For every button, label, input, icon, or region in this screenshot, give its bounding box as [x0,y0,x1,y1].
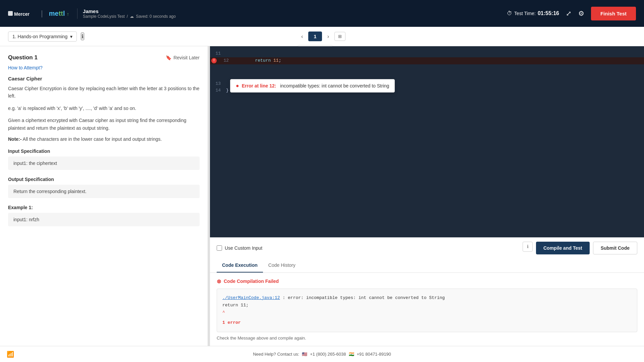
nav-center: ‹ 1 Attempted: 1/1 › ⊞ [299,32,345,41]
line-content-12: return 11; [234,57,281,64]
revisit-label: Revisit Later [173,55,200,60]
custom-input-area: Use Custom Input [217,245,262,251]
wifi-icon: 📶 [7,351,14,358]
revisit-later-button[interactable]: 🔖 Revisit Later [166,55,200,60]
finish-test-button[interactable]: Finish Test [591,7,636,20]
header-left: Mercer | mettl ↑ James Sample CodeLysis … [8,8,176,19]
output-spec-section: Output Specification Return the correspo… [8,177,200,198]
problem-description-3: Given a ciphertext encrypted with Caesar… [8,117,200,132]
problem-title: Caesar Cipher [8,76,200,81]
prev-nav-button[interactable]: ‹ [299,32,306,41]
input-spec-title: Input Specification [8,148,200,154]
error-label: Error at line 12: [242,83,276,88]
page-number-button[interactable]: 1 [308,32,322,41]
output-tabs: Code Execution Code History [210,258,644,273]
compile-and-test-button[interactable]: Compile and Test [536,242,590,254]
error-code-box: ./UserMainCode.java:12 : error: incompat… [217,289,637,332]
svg-rect-0 [8,11,13,16]
timer-label: Test Time: [514,11,536,16]
error-code-line: return 11; [222,302,632,309]
error-file-link[interactable]: ./UserMainCode.java:12 [222,295,280,300]
compile-info-button[interactable]: ℹ [523,242,533,252]
error-caret: ^ [222,310,225,315]
header: Mercer | mettl ↑ James Sample CodeLysis … [0,0,644,27]
note: Note:- All the characters are in the low… [8,136,200,142]
note-text: All the characters are in the lower case… [23,136,162,142]
line-number-11: 11 [210,50,226,57]
grid-view-button[interactable]: ⊞ [334,32,345,41]
user-name: James [83,8,176,14]
question-header: Question 1 🔖 Revisit Later [8,54,200,61]
error-detail: : error: incompatible types: int cannot … [282,295,445,300]
error-file-line: ./UserMainCode.java:12 : error: incompat… [222,294,632,302]
code-area[interactable]: 11 ! 12 return 11; [210,46,644,237]
question-title: Question 1 [8,54,38,61]
bottom-section: Use Custom Input ℹ Compile and Test Subm… [210,237,644,346]
section-label: 1. Hands-on Programming [12,34,67,39]
submit-code-button[interactable]: Submit Code [593,242,637,254]
bottom-controls: Use Custom Input ℹ Compile and Test Subm… [210,237,644,258]
timer-icon: ⏱ [507,10,512,16]
problem-description-1: Caesar Cipher Encryption is done by repl… [8,85,200,100]
error-circle-icon: ⊗ [217,278,221,285]
right-panel: 11 ! 12 return 11; [210,46,644,346]
error-tooltip-icon: ● [236,83,239,89]
header-info: James Sample CodeLysis Test / ☁ Saved: 0… [77,8,176,19]
output-spec-title: Output Specification [8,177,200,182]
tab-code-execution[interactable]: Code Execution [217,258,263,273]
right-panel-inner: 11 ! 12 return 11; [210,46,644,346]
input-spec-section: Input Specification input1: the cipherte… [8,148,200,170]
custom-input-label: Use Custom Input [225,245,262,251]
cloud-icon: ☁ [130,14,134,19]
line-number-14: 14 [210,87,226,94]
info-button[interactable]: ℹ [81,33,84,40]
timer-value: 01:55:16 [538,10,559,16]
header-right: ⏱ Test Time: 01:55:16 ⤢ ⚙ Finish Test [507,7,636,20]
error-tooltip: ● Error at line 12: incompatible types: … [230,79,395,93]
example-box: input1: nrfzh [8,213,200,226]
mettl-logo: mettl ↑ [49,10,69,17]
settings-icon[interactable]: ⚙ [578,9,584,17]
logo-divider: | [41,9,43,18]
error-caret-line: ^ [222,309,632,316]
code-line-11: 11 [210,50,644,57]
error-tooltip-text: Error at line 12: incompatible types: in… [242,83,389,88]
help-text: Need Help? Contact us: [253,352,299,357]
line-number-13: 13 [210,80,226,87]
error-return-line: return 11; [222,303,249,308]
code-editor[interactable]: 11 ! 12 return 11; [210,46,644,237]
compilation-status-text: Code Compilation Failed [224,279,279,284]
how-to-attempt-link[interactable]: How to Attempt? [8,65,200,70]
error-message: incompatible types: int cannot be conver… [277,83,389,88]
code-line-12: ! 12 return 11; [210,57,644,64]
line-content-11 [226,50,229,57]
svg-text:Mercer: Mercer [14,11,30,17]
footer-contact: Need Help? Contact us: 🇺🇸 +1 (800) 265-6… [253,352,391,357]
error-count-line: 1 error [222,319,632,326]
expand-icon[interactable]: ⤢ [566,9,572,17]
mercer-logo-icon: Mercer [8,8,35,18]
timer: ⏱ Test Time: 01:55:16 [507,10,559,16]
output-spec-box: Return the corresponding plaintext. [8,185,200,198]
tab-code-history[interactable]: Code History [263,258,301,273]
check-message: Check the Message above and compile agai… [217,336,637,341]
us-phone: +1 (800) 265-6038 [310,352,346,357]
in-phone: +91 80471-89190 [357,352,391,357]
error-dot-icon: ! [211,58,217,63]
input-spec-box: input1: the ciphertext [8,157,200,170]
header-subtitle: Sample CodeLysis Test / ☁ Saved: 0 secon… [83,14,176,19]
info-icon: ℹ [527,244,529,249]
action-buttons: ℹ Compile and Test Submit Code [523,242,637,254]
chevron-down-icon: ▾ [70,34,72,39]
output-content: ⊗ Code Compilation Failed ./UserMainCode… [210,273,644,346]
toolbar: 1. Hands-on Programming ▾ ℹ ‹ 1 Attempte… [0,27,644,46]
line-number-12: 12 [218,57,234,64]
next-nav-button[interactable]: › [325,32,332,41]
line-content-14: } [226,87,229,94]
custom-input-checkbox[interactable] [217,245,222,251]
problem-description-2: e.g. 'a' is replaced with 'x', 'b' with … [8,105,200,112]
error-indicator: ! [210,58,217,63]
left-panel: Question 1 🔖 Revisit Later How to Attemp… [0,46,208,346]
section-dropdown[interactable]: 1. Hands-on Programming ▾ [8,32,77,42]
in-flag-icon: 🇮🇳 [349,352,354,357]
